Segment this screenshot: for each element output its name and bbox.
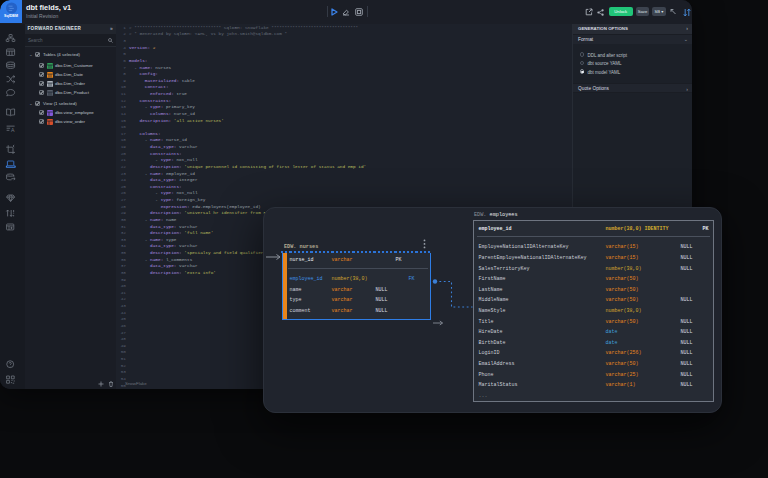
- svg-text:A: A: [11, 127, 15, 133]
